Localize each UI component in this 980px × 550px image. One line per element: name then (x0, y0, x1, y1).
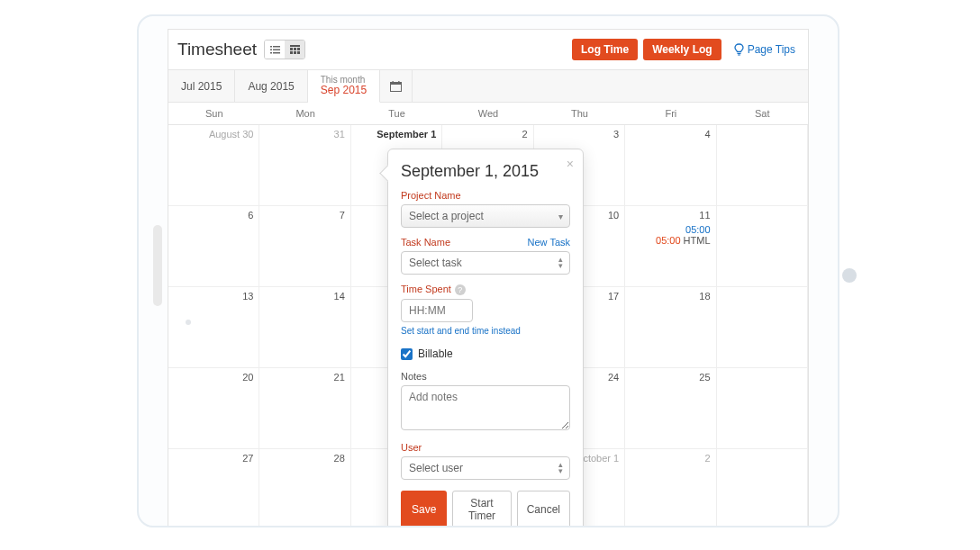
date-label: 2 (522, 129, 528, 140)
date-label: 20 (242, 372, 253, 383)
calendar-cell[interactable] (717, 368, 808, 449)
day-header: Sat (717, 103, 808, 124)
calendar-cell[interactable]: 27 (168, 449, 259, 527)
calendar-cell[interactable]: 13 (168, 287, 259, 368)
day-header: Mon (259, 103, 350, 124)
svg-rect-9 (297, 48, 300, 50)
svg-rect-8 (294, 48, 296, 50)
calendar-icon (290, 45, 300, 54)
calendar-cell[interactable]: 18 (625, 287, 716, 368)
save-button[interactable]: Save (401, 491, 447, 527)
date-label: August 30 (209, 129, 254, 140)
month-tabs: Jul 2015 Aug 2015 This month Sep 2015 (168, 70, 808, 103)
calendar-cell[interactable]: August 30 (168, 125, 259, 206)
svg-rect-5 (273, 52, 280, 54)
calendar-cell[interactable]: 1105:0005:00 HTML (625, 206, 716, 287)
calendar-cell[interactable]: 14 (259, 287, 350, 368)
header: Timesheet Log Time Weekly Log Page Tips (168, 30, 808, 70)
day-header: Thu (534, 103, 625, 124)
svg-rect-13 (737, 53, 740, 54)
page-tips-link[interactable]: Page Tips (734, 43, 795, 56)
date-label: 27 (242, 453, 253, 464)
user-label: User (401, 442, 570, 453)
calendar-cell[interactable]: 31 (259, 125, 350, 206)
calendar-cell[interactable] (717, 206, 808, 287)
time-entry[interactable]: 05:0005:00 HTML (631, 224, 710, 246)
decorative-dot (186, 320, 191, 325)
close-icon[interactable]: × (567, 157, 574, 171)
tab-jul-2015[interactable]: Jul 2015 (168, 70, 235, 102)
date-label: 31 (334, 129, 345, 140)
calendar-view-button[interactable] (285, 41, 304, 59)
date-label: 25 (699, 372, 710, 383)
billable-label[interactable]: Billable (418, 347, 453, 360)
log-time-button[interactable]: Log Time (572, 39, 638, 60)
calendar-cell[interactable]: 6 (168, 206, 259, 287)
log-time-popover: × September 1, 2015 Project Name Select … (387, 149, 584, 527)
calendar-cell[interactable]: 28 (259, 449, 350, 527)
date-label: September 1 (377, 129, 436, 140)
scrollbar[interactable] (153, 225, 162, 306)
tab-label: Sep 2015 (321, 85, 367, 96)
view-toggle (264, 40, 305, 59)
calendar-cell[interactable]: 20 (168, 368, 259, 449)
calendar-cell[interactable] (717, 125, 808, 206)
svg-rect-3 (273, 49, 280, 50)
popover-title: September 1, 2015 (401, 162, 570, 181)
time-spent-input[interactable] (401, 299, 473, 322)
task-name-label: Task Name New Task (401, 237, 570, 248)
date-label: 24 (608, 372, 619, 383)
date-label: 6 (248, 210, 253, 221)
tab-label: Jul 2015 (181, 80, 222, 93)
home-button[interactable] (842, 268, 857, 283)
calendar-cell[interactable] (717, 449, 808, 527)
calendar-cell[interactable] (717, 287, 808, 368)
project-name-label: Project Name (401, 190, 570, 201)
tab-aug-2015[interactable]: Aug 2015 (235, 70, 307, 102)
list-view-button[interactable] (265, 41, 285, 59)
notes-label: Notes (401, 371, 570, 382)
date-label: 17 (608, 291, 619, 302)
date-label: 4 (704, 129, 710, 140)
help-icon[interactable]: ? (455, 284, 466, 295)
weekly-log-button[interactable]: Weekly Log (643, 39, 721, 60)
date-label: 21 (334, 372, 345, 383)
day-header: Wed (442, 103, 533, 124)
svg-rect-7 (290, 48, 293, 50)
page-tips-label: Page Tips (748, 43, 795, 56)
date-label: 28 (334, 453, 345, 464)
day-header: Fri (625, 103, 716, 124)
new-task-link[interactable]: New Task (528, 237, 570, 248)
bulb-icon (734, 43, 744, 56)
date-label: 3 (613, 129, 619, 140)
calendar-body: August 3031September 123467101105:0005:0… (168, 125, 808, 526)
svg-rect-18 (398, 81, 399, 84)
calendar-icon (390, 81, 402, 92)
project-select[interactable]: Select a project (401, 204, 570, 228)
calendar-cell[interactable]: 25 (625, 368, 716, 449)
calendar-days-header: Sun Mon Tue Wed Thu Fri Sat (168, 103, 808, 125)
notes-textarea[interactable] (401, 385, 570, 430)
svg-rect-14 (738, 55, 740, 56)
calendar-cell[interactable]: 7 (259, 206, 350, 287)
tab-label: Aug 2015 (248, 80, 294, 93)
start-end-time-link[interactable]: Set start and end time instead (401, 326, 521, 336)
task-select[interactable]: Select task (401, 251, 570, 275)
device-frame: Timesheet Log Time Weekly Log Page Tips … (137, 14, 839, 527)
billable-checkbox[interactable] (401, 348, 413, 360)
svg-rect-17 (393, 81, 394, 84)
user-select[interactable]: Select user (401, 456, 570, 480)
svg-rect-6 (290, 45, 300, 47)
date-label: 2 (704, 453, 710, 464)
svg-rect-11 (294, 51, 296, 54)
date-picker-button[interactable] (380, 70, 413, 102)
date-label: 14 (334, 291, 345, 302)
calendar-cell[interactable]: 4 (625, 125, 716, 206)
svg-rect-12 (297, 51, 300, 54)
svg-rect-16 (391, 82, 402, 85)
start-timer-button[interactable]: Start Timer (452, 491, 511, 527)
calendar-cell[interactable]: 2 (625, 449, 716, 527)
calendar-cell[interactable]: 21 (259, 368, 350, 449)
cancel-button[interactable]: Cancel (517, 491, 570, 527)
tab-current-month[interactable]: This month Sep 2015 (308, 70, 380, 103)
